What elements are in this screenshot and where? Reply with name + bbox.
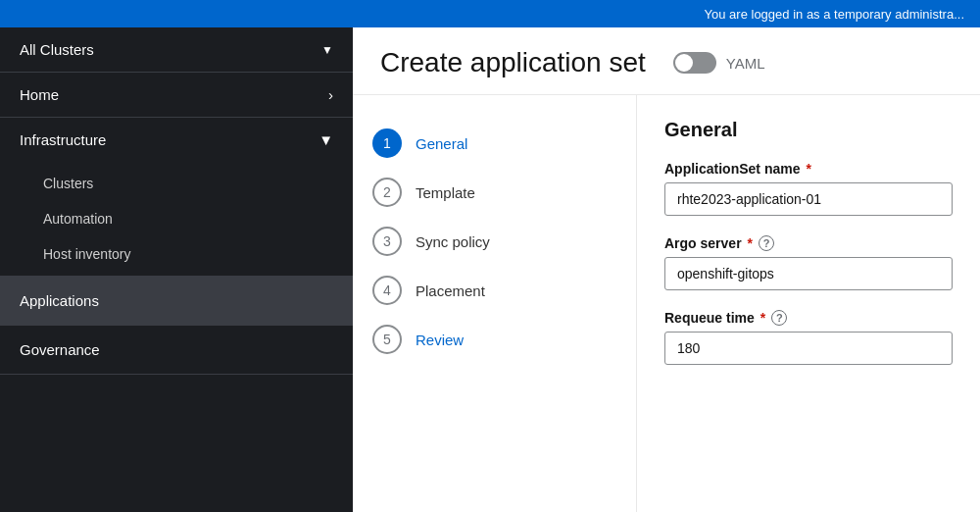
step-4-circle: 4 (372, 276, 402, 305)
yaml-toggle[interactable] (673, 52, 716, 74)
infrastructure-chevron-icon: ▼ (318, 131, 333, 148)
argo-server-help-icon[interactable]: ? (759, 235, 774, 251)
field-applicationset-name: ApplicationSet name * (664, 161, 953, 216)
requeue-time-input[interactable] (664, 332, 953, 365)
infrastructure-label: Infrastructure (20, 131, 106, 148)
cluster-selector[interactable]: All Clusters ▼ (0, 27, 353, 73)
top-banner: You are logged in as a temporary adminis… (0, 0, 980, 27)
infrastructure-section: Infrastructure ▼ Clusters Automation Hos… (0, 118, 353, 277)
cluster-chevron-icon: ▼ (321, 43, 333, 57)
yaml-label: YAML (726, 55, 765, 72)
step-3-circle: 3 (372, 227, 402, 256)
step-4[interactable]: 4 Placement (372, 266, 616, 315)
step-4-label: Placement (416, 282, 485, 299)
field-requeue-time: Requeue time * ? (664, 310, 953, 365)
step-1-label: General (416, 135, 467, 152)
applicationset-name-input[interactable] (664, 182, 953, 216)
form-panel: General ApplicationSet name * Argo serve… (637, 95, 980, 512)
infrastructure-subitems: Clusters Automation Host inventory (0, 162, 353, 276)
required-star-requeue: * (760, 310, 765, 326)
step-5-circle: 5 (372, 325, 402, 354)
form-section-title: General (664, 119, 953, 141)
sidebar-item-clusters[interactable]: Clusters (0, 166, 353, 201)
step-5-label: Review (416, 332, 464, 348)
steps-panel: 1 General 2 Template 3 Sync policy 4 Pla… (353, 95, 637, 512)
sidebar-item-applications[interactable]: Applications (0, 277, 353, 326)
step-2-circle: 2 (372, 178, 402, 207)
requeue-time-help-icon[interactable]: ? (771, 310, 787, 326)
main-layout: All Clusters ▼ Home › Infrastructure ▼ C… (0, 27, 980, 512)
argo-server-input[interactable] (664, 257, 953, 290)
infrastructure-header[interactable]: Infrastructure ▼ (0, 118, 353, 162)
page-title: Create application set (380, 47, 646, 78)
page-header: Create application set YAML (353, 27, 980, 95)
field-argo-server: Argo server * ? (664, 235, 953, 290)
step-2-label: Template (416, 184, 475, 201)
step-3[interactable]: 3 Sync policy (372, 217, 616, 266)
required-star-argo: * (748, 235, 753, 251)
step-1[interactable]: 1 General (372, 119, 616, 168)
step-2[interactable]: 2 Template (372, 168, 616, 217)
applicationset-name-label: ApplicationSet name * (664, 161, 953, 177)
requeue-time-label: Requeue time * ? (664, 310, 953, 326)
sidebar-item-host-inventory[interactable]: Host inventory (0, 236, 353, 272)
cluster-label: All Clusters (20, 41, 94, 58)
home-label: Home (20, 86, 59, 103)
required-star-name: * (806, 161, 810, 177)
step-5[interactable]: 5 Review (372, 315, 616, 364)
sidebar-item-governance[interactable]: Governance (0, 326, 353, 375)
home-chevron-icon: › (328, 86, 333, 103)
content-area: Create application set YAML 1 General 2 … (353, 27, 980, 512)
banner-text: You are logged in as a temporary adminis… (705, 7, 964, 22)
sidebar: All Clusters ▼ Home › Infrastructure ▼ C… (0, 27, 353, 512)
step-1-circle: 1 (372, 128, 402, 158)
argo-server-label: Argo server * ? (664, 235, 953, 251)
content-body: 1 General 2 Template 3 Sync policy 4 Pla… (353, 95, 980, 512)
applications-label: Applications (20, 292, 99, 309)
yaml-toggle-area: YAML (673, 52, 765, 74)
step-3-label: Sync policy (416, 233, 490, 250)
sidebar-item-automation[interactable]: Automation (0, 201, 353, 236)
governance-label: Governance (20, 341, 100, 358)
sidebar-item-home[interactable]: Home › (0, 73, 353, 118)
